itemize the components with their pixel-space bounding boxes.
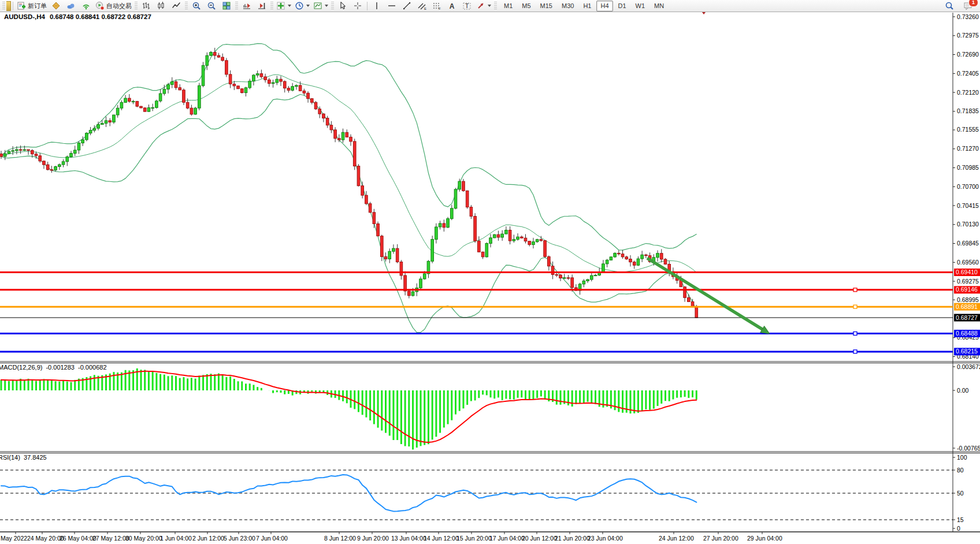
autotrading-icon (95, 1, 105, 10)
gold-cube-icon (51, 1, 61, 10)
tile-windows-button[interactable] (219, 0, 234, 12)
svg-text:0.73260: 0.73260 (957, 13, 979, 20)
svg-text:0.69560: 0.69560 (957, 259, 979, 266)
macd-signal-value: -0.000682 (78, 364, 107, 371)
zoom-out-button[interactable] (204, 0, 219, 12)
macd-axis[interactable]: 0.0036720.00-0.007656 (953, 363, 980, 452)
zoom-in-icon (192, 1, 201, 10)
timeframe-W1[interactable]: W1 (632, 1, 649, 12)
timeframe-M15[interactable]: M15 (536, 1, 556, 12)
rsi-value: 37.8425 (24, 454, 47, 461)
svg-text:2 Jun 12:00: 2 Jun 12:00 (192, 535, 224, 542)
crosshair-tool-button[interactable] (350, 0, 365, 12)
svg-text:-0.007656: -0.007656 (957, 445, 980, 452)
svg-text:0.00: 0.00 (957, 387, 969, 394)
main-toolbar: 新订单 自动交易 E F A T (0, 0, 980, 12)
svg-text:E: E (424, 7, 426, 10)
price-axis[interactable]: 0.732600.729750.726900.724050.721200.718… (953, 13, 980, 360)
chat-button[interactable]: 1 (960, 0, 975, 12)
line-chart-button[interactable] (169, 0, 184, 12)
svg-text:0.70415: 0.70415 (957, 202, 979, 209)
notification-badge: 1 (968, 0, 978, 7)
timeframe-M5[interactable]: M5 (518, 1, 534, 12)
text-tool[interactable]: A (444, 0, 459, 12)
add-indicator-icon (276, 1, 285, 10)
rsi-axis[interactable]: 1008050150 (953, 454, 967, 532)
indicators-button[interactable] (274, 0, 293, 12)
svg-text:0.69845: 0.69845 (957, 240, 979, 247)
autotrading-label: 自动交易 (106, 2, 132, 10)
ohlc-values: 0.68748 0.68841 0.68722 0.68727 (50, 13, 151, 20)
svg-text:80: 80 (957, 467, 964, 474)
svg-text:23 Jun 04:00: 23 Jun 04:00 (588, 535, 623, 542)
cursor-icon (338, 1, 347, 10)
truncated-left-icon (6, 1, 11, 11)
arrows-icon (476, 1, 485, 10)
svg-text:T: T (465, 2, 469, 9)
autotrading-toggle[interactable]: 自动交易 (94, 0, 133, 12)
toolbar-right-tools: 1 (942, 0, 979, 12)
vertical-line-tool[interactable] (369, 0, 384, 12)
symbol-period-label: AUDUSD-,H4 (4, 13, 45, 20)
timeframe-MN[interactable]: MN (650, 1, 668, 12)
bar-chart-button[interactable] (139, 0, 154, 12)
blue-cloud-icon (66, 1, 76, 10)
svg-text:5 Jun 23:00: 5 Jun 23:00 (224, 535, 255, 542)
timeframe-M1[interactable]: M1 (500, 1, 517, 12)
svg-text:15 Jun 20:00: 15 Jun 20:00 (456, 535, 492, 542)
search-button[interactable] (942, 0, 957, 12)
zoom-in-button[interactable] (189, 0, 204, 12)
toolbar-grip (2, 2, 5, 10)
profiles-button[interactable] (49, 0, 64, 12)
line-chart-icon (172, 1, 181, 10)
text-label-tool[interactable]: T (459, 0, 474, 12)
macd-histogram (1, 368, 696, 450)
macd-indicator-label: MACD(12,26,9)-0.001283-0.000682 (0, 364, 110, 371)
candle-chart-button[interactable] (154, 0, 169, 12)
svg-text:0.70130: 0.70130 (957, 221, 979, 228)
chart-shift-button[interactable] (254, 0, 269, 12)
zoom-out-icon (207, 1, 216, 10)
trend-arrow[interactable] (647, 258, 770, 334)
fibonacci-tool[interactable]: F (429, 0, 444, 12)
svg-text:27 Jun 20:00: 27 Jun 20:00 (703, 535, 738, 542)
auto-scroll-button[interactable] (239, 0, 254, 12)
svg-text:0.68488: 0.68488 (956, 330, 978, 337)
timeframe-M30[interactable]: M30 (558, 1, 578, 12)
svg-text:0.71555: 0.71555 (957, 126, 979, 133)
signals-button[interactable] (79, 0, 94, 12)
timeframe-D1[interactable]: D1 (614, 1, 630, 12)
arrows-tool[interactable] (474, 0, 493, 12)
timeframe-H4[interactable]: H4 (596, 1, 612, 12)
horizontal-levels (0, 273, 953, 353)
toolbar-separator (367, 2, 368, 10)
rsi-levels (0, 470, 953, 520)
svg-text:24 Jun 12:00: 24 Jun 12:00 (659, 535, 694, 542)
svg-text:0.70985: 0.70985 (957, 164, 979, 171)
cursor-tool-button[interactable] (335, 0, 350, 12)
svg-text:0.68215: 0.68215 (956, 348, 978, 355)
market-watch-button[interactable] (64, 0, 79, 12)
toolbar-grip (494, 2, 497, 10)
channel-tool[interactable]: E (414, 0, 429, 12)
trendline-tool[interactable] (399, 0, 414, 12)
clock-icon (295, 1, 304, 10)
chart-canvas[interactable]: 0.732600.729750.726900.724050.721200.718… (0, 0, 980, 544)
svg-text:50: 50 (957, 490, 964, 497)
svg-text:100: 100 (957, 454, 967, 461)
periods-menu-button[interactable] (293, 0, 311, 12)
svg-text:14 Jun 12:00: 14 Jun 12:00 (424, 535, 459, 542)
svg-text:15: 15 (957, 516, 964, 523)
new-order-button[interactable]: 新订单 (15, 0, 49, 12)
time-axis[interactable]: May 202224 May 20:0026 May 04:0027 May 1… (1, 532, 782, 542)
svg-text:0.72975: 0.72975 (957, 32, 979, 39)
svg-text:20 Jun 12:00: 20 Jun 12:00 (522, 535, 557, 542)
text-a-icon: A (447, 1, 456, 10)
svg-text:24 May 20:00: 24 May 20:00 (27, 535, 64, 542)
templates-button[interactable] (311, 0, 330, 12)
horizontal-line-tool[interactable] (384, 0, 399, 12)
search-icon (945, 1, 954, 10)
timeframe-H1[interactable]: H1 (579, 1, 595, 12)
macd-name: MACD(12,26,9) (0, 364, 42, 371)
chart-title: AUDUSD-,H40.68748 0.68841 0.68722 0.6872… (4, 13, 156, 20)
